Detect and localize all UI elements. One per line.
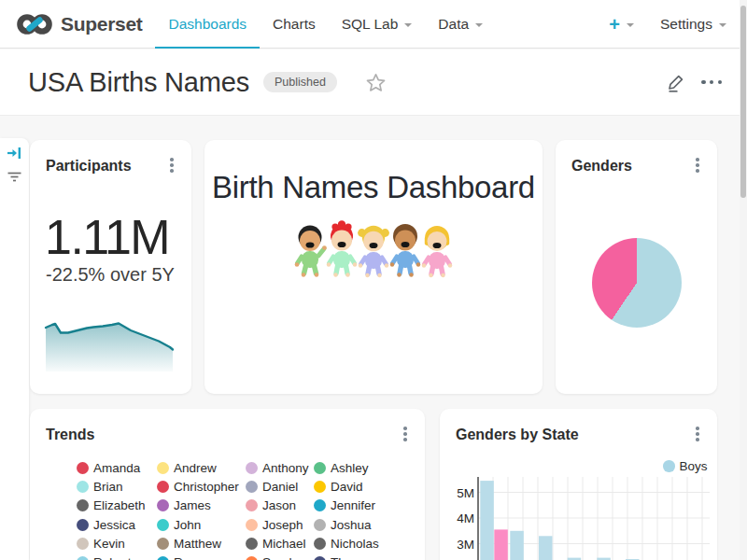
dashboard-header: USA Births Names Published <box>0 49 747 116</box>
legend-item-daniel[interactable]: Daniel <box>246 480 314 494</box>
navbar-right: + Settings <box>609 15 726 34</box>
legend-item-anthony[interactable]: Anthony <box>246 461 314 475</box>
legend-dot <box>157 538 169 550</box>
legend-label: Thomas <box>331 555 376 560</box>
scrollbar-track[interactable] <box>740 0 747 560</box>
legend-item-james[interactable]: James <box>157 498 246 512</box>
legend-item-thomas[interactable]: Thomas <box>314 555 398 560</box>
card-genders-by-state: Genders by State Boys 5M 4M 3M <box>440 409 717 560</box>
new-dropdown-button[interactable]: + <box>609 15 634 34</box>
legend-dot <box>157 519 169 531</box>
kebab-menu-icon[interactable] <box>168 156 176 175</box>
children-illustration <box>293 220 454 278</box>
legend-item-kevin[interactable]: Kevin <box>77 537 157 551</box>
bar-girls-1 <box>494 529 508 560</box>
legend-item-michael[interactable]: Michael <box>246 537 314 551</box>
favorite-star-icon[interactable] <box>366 73 386 92</box>
legend-item-boys[interactable]: Boys <box>658 459 708 473</box>
legend-dot <box>246 499 258 511</box>
y-tick-4m: 4M <box>457 511 474 525</box>
legend-dot <box>77 556 89 560</box>
superset-dashboard-screen: Superset Dashboards Charts SQL Lab Data … <box>0 0 747 560</box>
y-tick-5m: 5M <box>457 486 474 500</box>
expand-filter-bar-icon[interactable] <box>7 146 22 164</box>
status-badge[interactable]: Published <box>263 72 337 92</box>
caret-down-icon <box>627 23 634 27</box>
legend-item-john[interactable]: John <box>157 518 246 532</box>
plus-icon: + <box>609 15 620 34</box>
nav-item-data[interactable]: Data <box>425 0 496 49</box>
superset-brand[interactable]: Superset <box>17 10 142 38</box>
legend-dot <box>157 481 169 493</box>
legend-dot <box>246 519 258 531</box>
superset-logo-icon <box>17 10 52 38</box>
legend-label: David <box>331 480 363 494</box>
chart-title: Genders <box>571 158 632 175</box>
legend-item-amanda[interactable]: Amanda <box>77 461 157 475</box>
legend-label: Ryan <box>174 555 204 560</box>
card-participants: Participants 1.11M -22.5% over 5Y <box>30 140 191 394</box>
legend-item-joseph[interactable]: Joseph <box>246 518 314 532</box>
caret-down-icon <box>475 23 483 27</box>
big-number-value: 1.11M <box>45 209 169 265</box>
legend-label: Christopher <box>174 480 239 494</box>
scrollbar-thumb[interactable] <box>740 6 746 198</box>
legend-label: Daniel <box>262 480 298 494</box>
genders-pie <box>592 238 682 328</box>
legend-dot <box>77 462 89 474</box>
legend-item-jason[interactable]: Jason <box>246 498 314 512</box>
big-number-subheader: -22.5% over 5Y <box>46 264 175 286</box>
filter-bar-collapsed <box>0 138 29 560</box>
nav-item-sql-lab[interactable]: SQL Lab <box>329 0 426 49</box>
caret-down-icon <box>404 23 412 27</box>
legend-label: Sarah <box>262 555 296 560</box>
legend-item-robert[interactable]: Robert <box>77 555 157 560</box>
main-nav: Dashboards Charts SQL Lab Data <box>155 0 496 49</box>
legend-item-jessica[interactable]: Jessica <box>77 518 157 532</box>
chart-title: Participants <box>46 158 132 175</box>
legend-dot <box>314 481 326 493</box>
settings-menu[interactable]: Settings <box>660 16 726 33</box>
kebab-menu-icon[interactable] <box>694 156 701 175</box>
filter-icon[interactable] <box>7 170 22 189</box>
legend-item-elizabeth[interactable]: Elizabeth <box>77 498 157 512</box>
kebab-menu-icon[interactable] <box>694 425 701 443</box>
legend-label: Anthony <box>262 461 309 475</box>
kebab-menu-icon[interactable] <box>402 425 409 443</box>
legend-label: Michael <box>262 537 306 551</box>
legend-item-david[interactable]: David <box>314 480 398 494</box>
bar-boys-3 <box>539 536 553 560</box>
legend-item-andrew[interactable]: Andrew <box>157 461 246 475</box>
more-ellipsis-icon[interactable] <box>699 77 724 88</box>
legend-item-nicholas[interactable]: Nicholas <box>314 537 398 551</box>
bar-boys-0 <box>480 481 494 560</box>
legend-item-christopher[interactable]: Christopher <box>157 480 246 494</box>
legend-item-joshua[interactable]: Joshua <box>314 518 398 532</box>
legend-dot <box>77 499 89 511</box>
legend-item-jennifer[interactable]: Jennifer <box>314 498 398 512</box>
legend-label: Joseph <box>262 518 303 532</box>
card-trends: Trends AmandaAndrewAnthonyAshleyBrianChr… <box>30 409 425 560</box>
legend-item-matthew[interactable]: Matthew <box>157 537 246 551</box>
nav-label: SQL Lab <box>342 16 399 33</box>
legend-label: Elizabeth <box>93 498 146 512</box>
legend-label: Jason <box>262 498 296 512</box>
nav-item-dashboards[interactable]: Dashboards <box>155 0 260 49</box>
legend-label: John <box>174 518 201 532</box>
legend-dot <box>314 462 326 474</box>
legend-label: Amanda <box>93 461 140 475</box>
markdown-heading: Birth Names Dashboard <box>204 170 543 205</box>
nav-label: Dashboards <box>168 16 247 33</box>
top-navbar: Superset Dashboards Charts SQL Lab Data … <box>0 0 747 49</box>
legend-item-ashley[interactable]: Ashley <box>314 461 398 475</box>
legend-item-brian[interactable]: Brian <box>77 480 157 494</box>
legend-label: Ashley <box>331 461 369 475</box>
y-tick-3m: 3M <box>457 538 474 552</box>
legend-item-sarah[interactable]: Sarah <box>246 555 314 560</box>
legend-item-ryan[interactable]: Ryan <box>157 555 246 560</box>
edit-pencil-icon[interactable] <box>666 72 686 93</box>
legend-dot <box>314 499 326 511</box>
nav-item-charts[interactable]: Charts <box>260 0 329 49</box>
header-actions <box>666 72 724 93</box>
genders-by-state-bar-chart: 5M 4M 3M <box>449 474 711 560</box>
